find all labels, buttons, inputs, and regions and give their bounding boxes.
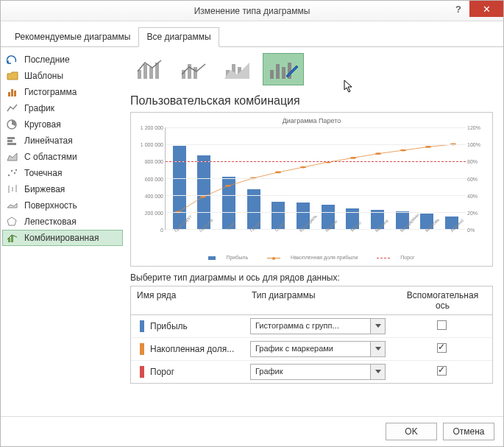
close-button[interactable]: ✕ [469,1,503,17]
svg-rect-5 [7,140,13,142]
dropdown-button[interactable] [370,342,385,356]
sidebar-item-label: Гистограмма [24,87,77,97]
sidebar-item-area[interactable]: С областями [2,149,123,165]
series-type-value: Гистограмма с групп... [251,319,370,334]
y-axis-secondary: 0%20%40%60%80%100%120% [467,127,485,230]
series-name: Порог [150,367,244,377]
series-rows: Прибыль Гистограмма с групп... Накопленн… [131,315,492,383]
sidebar-item-templates[interactable]: Шаблоны [2,68,123,84]
sidebar-item-label: Круговая [24,119,61,130]
sidebar-item-column[interactable]: Гистограмма [2,84,123,100]
tab-all[interactable]: Все диаграммы [138,27,219,47]
svg-rect-4 [7,137,15,139]
sidebar-item-pie[interactable]: Круговая [2,116,123,133]
scatter-chart-icon [7,168,18,178]
sidebar-item-combo[interactable]: Комбинированная [2,230,123,246]
col-header-type: Тип диаграммы [246,286,393,314]
sidebar-item-label: Последние [24,54,70,65]
svg-rect-1 [11,89,13,96]
svg-point-10 [15,169,17,171]
sidebar-item-label: График [24,103,54,113]
chart-category-sidebar: Последние Шаблоны Гистограмма График Кру… [1,47,124,416]
sidebar-item-label: Комбинированная [24,233,99,243]
sidebar-item-label: Шаблоны [24,71,63,81]
svg-rect-18 [149,67,153,79]
svg-rect-21 [188,64,191,79]
series-type-dropdown[interactable]: График [250,364,386,380]
svg-point-8 [11,170,13,172]
help-button[interactable]: ? [447,1,469,17]
window-title: Изменение типа диаграммы [194,6,310,16]
x-axis-labels: ГрейпфрутПерсикиКивиГрушиСалатКартофельЯ… [165,230,466,244]
series-section-label: Выберите тип диаграммы и ось для рядов д… [130,272,493,283]
svg-point-34 [275,172,281,174]
subtype-custom[interactable] [263,53,304,85]
y-axis-primary: 0200 000400 000600 000800 0001 000 0001 … [138,127,163,230]
cancel-button[interactable]: Отмена [443,423,494,440]
svg-rect-26 [270,70,274,79]
sidebar-item-label: Биржевая [24,184,65,194]
series-type-dropdown[interactable]: График с маркерами [250,341,386,357]
chart-preview: Диаграмма Парето 0200 000400 000600 0008… [130,112,493,267]
dropdown-button[interactable] [370,319,385,334]
svg-rect-15 [11,236,13,242]
col-header-aux: Вспомогательная ось [393,286,492,314]
sidebar-item-scatter[interactable]: Точечная [2,165,123,181]
series-table: Имя ряда Тип диаграммы Вспомогательная о… [130,286,493,384]
svg-point-35 [300,166,306,169]
secondary-axis-checkbox[interactable] [437,320,447,330]
subtype-title: Пользовательская комбинация [130,94,493,108]
subtype-stacked-line[interactable] [174,53,216,85]
svg-rect-0 [8,92,10,96]
series-row: Порог График [131,360,492,383]
subtype-stacked-area[interactable] [219,53,260,85]
svg-rect-6 [7,143,16,145]
sidebar-item-recent[interactable]: Последние [2,52,123,68]
sidebar-item-stock[interactable]: Биржевая [2,181,123,197]
secondary-axis-checkbox[interactable] [437,343,447,353]
dialog-window: Изменение типа диаграммы ? ✕ Рекомендуем… [0,0,504,447]
tab-strip: Рекомендуемые диаграммы Все диаграммы [1,24,503,47]
series-type-dropdown[interactable]: Гистограмма с групп... [250,318,386,334]
series-row: Прибыль Гистограмма с групп... [131,315,492,337]
series-row: Накопленная доля... График с маркерами [131,337,492,360]
sidebar-item-radar[interactable]: Лепестковая [2,214,123,230]
folder-icon [7,71,18,81]
sidebar-item-label: С областями [24,152,77,162]
titlebar: Изменение типа диаграммы ? ✕ [1,1,503,21]
ok-button[interactable]: OK [386,423,437,440]
subtype-clustered-line[interactable] [130,53,171,85]
line-chart-icon [7,103,18,113]
sidebar-item-label: Точечная [24,168,62,178]
svg-point-31 [200,196,206,198]
bar-chart-icon [7,135,18,146]
dropdown-button[interactable] [370,365,385,379]
col-header-name: Имя ряда [131,286,246,314]
svg-rect-2 [14,91,16,96]
area-chart-icon [7,152,18,162]
svg-point-7 [8,175,10,176]
series-type-value: График с маркерами [251,342,370,356]
sidebar-item-surface[interactable]: Поверхность [2,197,123,214]
secondary-axis-checkbox[interactable] [437,366,447,376]
series-color-swatch [140,320,144,332]
sidebar-item-label: Линейчатая [24,135,73,146]
dialog-footer: OK Отмена [1,416,503,446]
stock-chart-icon [7,184,18,194]
series-name: Прибыль [150,321,244,331]
svg-point-9 [14,172,15,174]
sidebar-item-bar[interactable]: Линейчатая [2,133,123,149]
column-chart-icon [7,87,18,97]
chart-legend: Прибыль Накопленная доля прибыли Порог [138,255,485,260]
tab-recommended[interactable]: Рекомендуемые диаграммы [7,27,138,46]
series-name: Накопленная доля... [150,344,244,354]
svg-rect-28 [282,67,285,79]
sidebar-item-line[interactable]: График [2,100,123,116]
series-color-swatch [140,343,144,355]
sidebar-item-label: Лепестковая [24,217,77,227]
pie-chart-icon [7,119,18,130]
combo-chart-icon [7,233,18,243]
subtype-row [130,53,493,93]
svg-rect-27 [276,64,280,79]
svg-point-38 [375,152,381,155]
